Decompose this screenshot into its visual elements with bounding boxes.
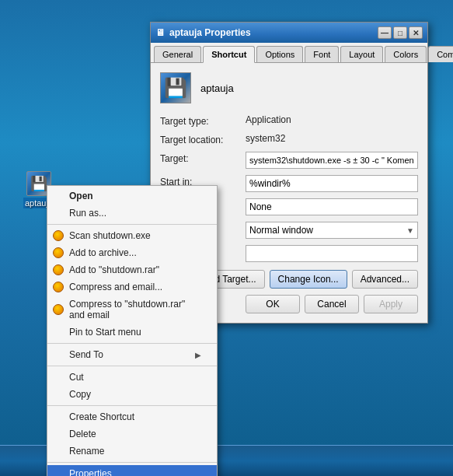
cancel-button[interactable]: Cancel xyxy=(305,295,359,313)
separator-1 xyxy=(47,224,217,225)
rar-shutdown-email-icon xyxy=(52,303,64,316)
dropdown-arrow-icon: ▼ xyxy=(406,226,414,235)
shortcut-key-input[interactable] xyxy=(246,198,418,215)
menu-item-sendto-label: Send To xyxy=(69,349,103,360)
target-label: Target: xyxy=(160,152,246,164)
menu-item-compress-email-label: Compress and email... xyxy=(69,282,162,292)
menu-item-sendto[interactable]: Send To ▶ xyxy=(47,346,217,363)
menu-item-rename-label: Rename xyxy=(69,446,104,457)
target-location-value: system32 xyxy=(246,133,418,144)
tab-shortcut[interactable]: Shortcut xyxy=(203,46,255,63)
separator-4 xyxy=(47,405,217,406)
shortcut-icon: 💾 xyxy=(160,72,191,103)
target-type-row: Target type: Application xyxy=(160,114,418,127)
dialog-tabs: General Shortcut Options Font Layout Col… xyxy=(151,43,427,63)
menu-item-compress-shutdown-email-label: Compress to "shutdown.rar" and email xyxy=(69,299,201,320)
rar-archive-icon xyxy=(52,247,64,259)
advanced-button[interactable]: Advanced... xyxy=(352,270,418,289)
target-input[interactable] xyxy=(246,152,418,169)
close-button[interactable]: ✕ xyxy=(409,26,423,39)
menu-item-open-label: Open xyxy=(69,191,93,201)
menu-item-runas[interactable]: Run as... xyxy=(47,205,217,222)
apply-button[interactable]: Apply xyxy=(364,295,418,313)
icon-row: 💾 aptauja xyxy=(160,72,418,103)
target-location-label: Target location: xyxy=(160,133,246,145)
run-dropdown-value: Normal window xyxy=(249,225,313,236)
dialog-title-area: 🖥 aptauja Properties xyxy=(155,27,251,38)
tab-options[interactable]: Options xyxy=(256,46,303,62)
change-icon-button[interactable]: Change Icon... xyxy=(270,270,347,289)
context-menu: Open Run as... Scan shutdown.exe Add to … xyxy=(47,185,218,476)
rar-scan-icon xyxy=(52,229,64,242)
menu-item-create-shortcut[interactable]: Create Shortcut xyxy=(47,408,217,425)
menu-item-create-shortcut-label: Create Shortcut xyxy=(69,411,134,422)
separator-2 xyxy=(47,343,217,344)
menu-item-delete-label: Delete xyxy=(69,429,96,439)
menu-item-scan[interactable]: Scan shutdown.exe xyxy=(47,227,217,244)
menu-item-add-shutdown[interactable]: Add to "shutdown.rar" xyxy=(47,261,217,278)
menu-item-add-shutdown-label: Add to "shutdown.rar" xyxy=(69,264,159,275)
menu-item-pin-label: Pin to Start menu xyxy=(69,327,141,338)
tab-general[interactable]: General xyxy=(154,46,201,62)
menu-item-copy-label: Copy xyxy=(69,389,91,400)
comment-input[interactable] xyxy=(246,245,418,262)
target-type-value: Application xyxy=(246,114,418,125)
target-type-label: Target type: xyxy=(160,114,246,127)
shortcut-name: aptauja xyxy=(200,82,234,94)
menu-item-pin[interactable]: Pin to Start menu xyxy=(47,324,217,341)
rar-email-icon xyxy=(52,281,64,293)
desktop: 💾 aptauja 🖥 aptauja Properties — □ ✕ Gen… xyxy=(0,0,453,476)
menu-item-cut-label: Cut xyxy=(69,372,84,383)
target-row: Target: xyxy=(160,152,418,169)
ok-button[interactable]: OK xyxy=(246,295,300,313)
menu-item-copy[interactable]: Copy xyxy=(47,386,217,403)
sendto-arrow-icon: ▶ xyxy=(195,351,201,359)
start-in-input[interactable] xyxy=(246,175,418,192)
rar-shutdown-icon xyxy=(52,264,64,276)
menu-item-rename[interactable]: Rename xyxy=(47,443,217,460)
target-location-row: Target location: system32 xyxy=(160,133,418,145)
tab-colors[interactable]: Colors xyxy=(385,46,427,62)
menu-item-add-archive-label: Add to archive... xyxy=(69,247,137,258)
menu-item-open[interactable]: Open xyxy=(47,187,217,205)
menu-item-properties[interactable]: Properties xyxy=(47,465,217,476)
maximize-button[interactable]: □ xyxy=(393,26,407,39)
tab-compatibility[interactable]: Compatibility xyxy=(428,46,453,62)
separator-5 xyxy=(47,462,217,463)
menu-item-delete[interactable]: Delete xyxy=(47,425,217,443)
dialog-title-icon: 🖥 xyxy=(155,27,165,38)
menu-item-compress-email[interactable]: Compress and email... xyxy=(47,278,217,296)
menu-item-scan-label: Scan shutdown.exe xyxy=(69,230,151,241)
separator-3 xyxy=(47,366,217,366)
minimize-button[interactable]: — xyxy=(378,26,392,39)
menu-item-add-archive[interactable]: Add to archive... xyxy=(47,244,217,261)
menu-item-compress-shutdown-email[interactable]: Compress to "shutdown.rar" and email xyxy=(47,296,217,324)
menu-item-runas-label: Run as... xyxy=(69,208,106,219)
tab-font[interactable]: Font xyxy=(305,46,339,62)
dialog-titlebar: 🖥 aptauja Properties — □ ✕ xyxy=(151,23,427,43)
dialog-controls: — □ ✕ xyxy=(378,26,423,39)
menu-item-properties-label: Properties xyxy=(69,468,112,476)
run-dropdown[interactable]: Normal window ▼ xyxy=(246,222,418,239)
tab-layout[interactable]: Layout xyxy=(340,46,383,62)
dialog-title-text: aptauja Properties xyxy=(169,27,251,38)
menu-item-cut[interactable]: Cut xyxy=(47,369,217,386)
